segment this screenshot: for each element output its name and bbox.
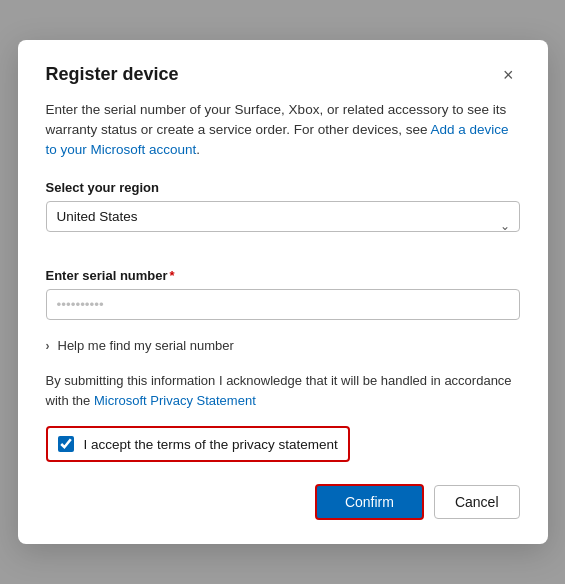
dialog-footer: Confirm Cancel — [46, 484, 520, 520]
region-field-group: Select your region United States Canada … — [46, 180, 520, 250]
dialog-title: Register device — [46, 64, 179, 85]
description-text-part2: . — [196, 142, 200, 157]
register-device-dialog: Register device × Enter the serial numbe… — [18, 40, 548, 545]
confirm-button[interactable]: Confirm — [315, 484, 424, 520]
region-label: Select your region — [46, 180, 520, 195]
serial-input[interactable] — [46, 289, 520, 320]
region-select-wrapper: United States Canada United Kingdom Aust… — [46, 201, 520, 250]
dialog-overlay: Register device × Enter the serial numbe… — [0, 0, 565, 584]
chevron-right-icon: › — [46, 339, 50, 353]
serial-field-group: Enter serial number* — [46, 268, 520, 334]
checkbox-row: I accept the terms of the privacy statem… — [46, 426, 350, 462]
dialog-description: Enter the serial number of your Surface,… — [46, 100, 520, 161]
accept-terms-checkbox[interactable] — [58, 436, 74, 452]
accept-terms-label[interactable]: I accept the terms of the privacy statem… — [84, 437, 338, 452]
serial-label: Enter serial number* — [46, 268, 520, 283]
close-button[interactable]: × — [497, 64, 520, 86]
privacy-statement-link[interactable]: Microsoft Privacy Statement — [94, 393, 256, 408]
required-indicator: * — [170, 268, 175, 283]
region-select[interactable]: United States Canada United Kingdom Aust… — [46, 201, 520, 232]
help-link-text: Help me find my serial number — [58, 338, 234, 353]
dialog-header: Register device × — [46, 64, 520, 86]
help-link[interactable]: › Help me find my serial number — [46, 338, 520, 353]
cancel-button[interactable]: Cancel — [434, 485, 520, 519]
privacy-notice: By submitting this information I acknowl… — [46, 371, 520, 410]
